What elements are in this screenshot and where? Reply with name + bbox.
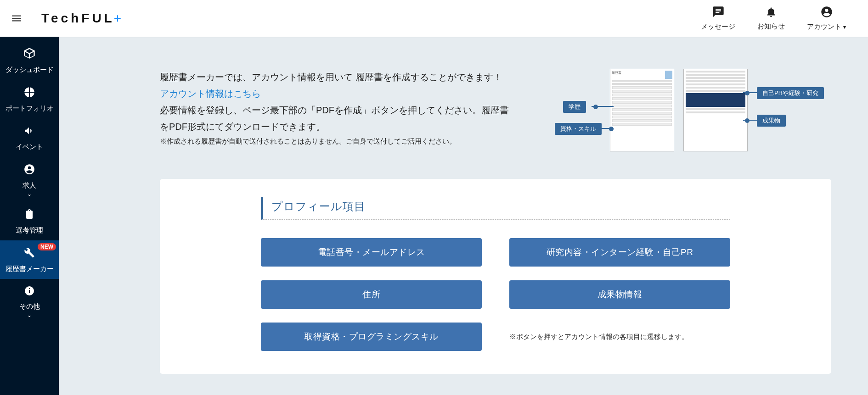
intro-section: 履歴書メーカーでは、アカウント情報を用いて 履歴書を作成することができます！ ア… — [59, 37, 868, 170]
app-logo[interactable]: TechFUL+ — [41, 11, 124, 26]
pie-icon — [23, 86, 35, 101]
intro-line2: 必要情報を登録し、ページ最下部の「PDFを作成」ボタンを押してください。履歴書を… — [160, 102, 509, 135]
profile-btn-results[interactable]: 成果物情報 — [509, 280, 730, 309]
resume-preview-graphic: 履歴書 学歴 資格・スキル 自己PRや経験・研究 成果物 — [527, 69, 803, 161]
new-badge: NEW — [38, 243, 56, 250]
clipboard-icon — [24, 209, 35, 223]
preview-tag-skills: 資格・スキル — [555, 123, 602, 135]
intro-text: 履歴書メーカーでは、アカウント情報を用いて 履歴書を作成することができます！ ア… — [160, 69, 509, 161]
intro-line1: 履歴書メーカーでは、アカウント情報を用いて 履歴書を作成することができます！ — [160, 69, 509, 85]
sidebar-item-event[interactable]: イベント — [0, 118, 59, 157]
doc-title: 履歴書 — [612, 71, 621, 77]
sidebar-item-portfolio[interactable]: ポートフォリオ — [0, 80, 59, 118]
header-messages[interactable]: メッセージ — [701, 6, 735, 31]
doc-block — [686, 93, 745, 107]
chevron-down-icon: ⌄ — [27, 191, 32, 197]
profile-btn-research[interactable]: 研究内容・インターン経験・自己PR — [509, 238, 730, 267]
profile-button-grid: 電話番号・メールアドレス 研究内容・インターン経験・自己PR 住所 成果物情報 … — [261, 238, 730, 351]
app-header: TechFUL+ メッセージ お知らせ アカウント ▾ — [0, 0, 868, 37]
sidebar-item-jobs[interactable]: 求人 ⌄ — [0, 157, 59, 203]
sidebar-selection-label: 選考管理 — [16, 226, 43, 235]
sidebar-event-label: イベント — [16, 143, 43, 151]
preview-tag-education: 学歴 — [563, 101, 586, 113]
sidebar-item-dashboard[interactable]: ダッシュボード — [0, 40, 59, 80]
profile-items-card: プロフィール項目 電話番号・メールアドレス 研究内容・インターン経験・自己PR … — [160, 179, 831, 374]
bell-icon — [765, 6, 777, 21]
sidebar-item-selection[interactable]: 選考管理 — [0, 203, 59, 240]
svg-rect-2 — [29, 288, 30, 289]
logo-text: TechFUL — [41, 11, 115, 26]
header-account-label: アカウント — [807, 22, 841, 31]
account-info-link[interactable]: アカウント情報はこちら — [160, 85, 509, 102]
logo-plus: + — [114, 11, 124, 26]
person-circle-icon — [23, 163, 35, 178]
header-account[interactable]: アカウント ▾ — [807, 6, 846, 31]
intro-note: ※作成される履歴書が自動で送付されることはありません。ご自身で送付してご活用くだ… — [160, 136, 509, 147]
sidebar-jobs-label: 求人 — [23, 181, 36, 190]
section-title: プロフィール項目 — [261, 197, 730, 220]
profile-btn-skills[interactable]: 取得資格・プログラミングスキル — [261, 323, 482, 351]
info-icon — [24, 285, 35, 300]
preview-tag-pr: 自己PRや経験・研究 — [757, 87, 824, 99]
svg-rect-1 — [29, 290, 30, 293]
profile-grid-note: ※ボタンを押すとアカウント情報の各項目に遷移します。 — [509, 331, 730, 343]
main-content: 履歴書メーカーでは、アカウント情報を用いて 履歴書を作成することができます！ ア… — [59, 37, 868, 395]
account-icon — [820, 6, 833, 22]
sidebar-dashboard-label: ダッシュボード — [6, 66, 54, 74]
wrench-icon — [23, 247, 35, 262]
profile-btn-address[interactable]: 住所 — [261, 280, 482, 309]
doc-avatar — [665, 71, 672, 79]
profile-btn-phone[interactable]: 電話番号・メールアドレス — [261, 238, 482, 267]
sidebar-resume-label: 履歴書メーカー — [6, 265, 54, 273]
preview-tag-results: 成果物 — [757, 115, 786, 127]
message-icon — [712, 6, 725, 22]
sidebar-item-other[interactable]: その他 ⌄ — [0, 279, 59, 324]
sidebar-portfolio-label: ポートフォリオ — [6, 104, 54, 113]
header-notifications-label: お知らせ — [757, 22, 785, 31]
main-sidebar: ダッシュボード ポートフォリオ イベント 求人 ⌄ 選考管理 NEW 履歴書メー… — [0, 37, 59, 395]
header-messages-label: メッセージ — [701, 22, 735, 31]
preview-doc-2 — [683, 69, 748, 151]
cube-icon — [23, 47, 36, 63]
sidebar-item-resume[interactable]: NEW 履歴書メーカー — [0, 240, 59, 279]
preview-doc-1: 履歴書 — [610, 69, 674, 151]
hamburger-menu[interactable] — [6, 7, 28, 29]
megaphone-icon — [23, 125, 35, 140]
sidebar-other-label: その他 — [19, 302, 40, 311]
chevron-down-icon: ⌄ — [27, 312, 32, 318]
header-notifications[interactable]: お知らせ — [757, 6, 785, 31]
chevron-down-icon: ▾ — [843, 24, 846, 30]
menu-icon — [11, 12, 23, 24]
